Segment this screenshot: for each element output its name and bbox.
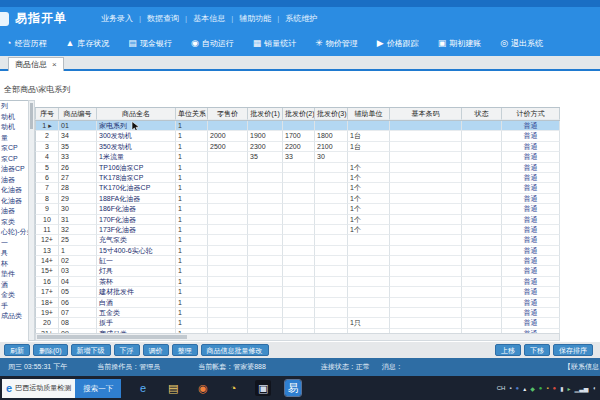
column-header[interactable]: 批发价(3) xyxy=(315,108,348,120)
sidebar-scrollbar[interactable] xyxy=(28,100,35,341)
table-row[interactable]: 4331米流量1353330普通 xyxy=(35,152,560,162)
menu-item-5[interactable]: 系统维护 xyxy=(279,13,323,24)
table-row[interactable]: 19+07五金类1普通 xyxy=(35,308,560,318)
player-app-icon[interactable]: ◉ xyxy=(195,380,211,396)
tree-item[interactable]: 泵CP xyxy=(0,154,28,165)
toolbar-button-现金银行[interactable]: ▤现金银行 xyxy=(128,38,172,49)
column-header[interactable]: 计价方式 xyxy=(502,108,560,120)
usb-icon[interactable]: ▸ xyxy=(568,385,571,392)
folder-app-icon[interactable]: ▤ xyxy=(165,380,181,396)
table-row[interactable]: 13115寸400-6实心轮1普通 xyxy=(35,246,560,256)
toolbar-button-经营历程[interactable]: ◔经营历程 xyxy=(6,38,46,49)
column-header[interactable]: 辅助单位 xyxy=(348,108,390,120)
button-新增下级[interactable]: 新增下级 xyxy=(71,344,111,356)
taskbar-window-button[interactable]: e 巴西运动质量检测 xyxy=(2,379,75,398)
table-row[interactable]: 1604茶杯1普通 xyxy=(35,277,560,287)
tree-item[interactable]: 杯 xyxy=(0,259,28,270)
table-row[interactable]: 15+03灯具1普通 xyxy=(35,266,560,276)
ime-icon[interactable]: CH xyxy=(497,385,506,391)
column-header[interactable]: 零售价 xyxy=(208,108,248,120)
table-row[interactable]: 335350发动机125002300220021001台普通 xyxy=(35,142,560,152)
chrome-icon[interactable]: ◔ xyxy=(225,380,241,396)
button-刷新[interactable]: 刷新 xyxy=(4,344,30,356)
table-h-scrollbar[interactable] xyxy=(35,333,560,341)
button-保存排序[interactable]: 保存排序 xyxy=(553,344,593,356)
toolbar-button-自动运行[interactable]: ◉自动运行 xyxy=(191,38,234,49)
column-header[interactable]: 商品编号 xyxy=(59,108,97,120)
table-row[interactable]: 930186F化油器11个普通 xyxy=(35,204,560,214)
table-row[interactable]: 234300发动机120001900170018001台普通 xyxy=(35,131,560,141)
network-icon[interactable]: ▁▃▅ xyxy=(575,385,589,392)
table-row[interactable]: 728TK170化油器CP11个普通 xyxy=(35,183,560,193)
column-header[interactable]: 批发价(1) xyxy=(248,108,283,120)
tree-item[interactable]: 金类 xyxy=(0,290,28,301)
button-整理[interactable]: 整理 xyxy=(172,344,198,356)
tree-item[interactable]: 泵CP xyxy=(0,143,28,154)
cloud-icon[interactable]: ▴ xyxy=(523,385,526,392)
column-header[interactable]: 单位关系 xyxy=(176,108,208,120)
scrollbar-thumb[interactable] xyxy=(30,103,33,129)
table-row[interactable]: 17+05建材批发件1普通 xyxy=(35,287,560,297)
taskbar-search-button[interactable]: 搜索一下 xyxy=(75,379,121,398)
menu-item-4[interactable]: 辅助功能 xyxy=(233,13,277,24)
chat-icon[interactable]: ▪ xyxy=(546,385,548,391)
player-icon[interactable]: ● xyxy=(539,385,543,391)
tree-item[interactable]: 油器CP xyxy=(0,164,28,175)
volume-icon[interactable]: ◖ xyxy=(592,385,596,391)
button-调价[interactable]: 调价 xyxy=(143,344,169,356)
menu-item-2[interactable]: 数据查询 xyxy=(141,13,185,24)
tree-item[interactable]: 具 xyxy=(0,248,28,259)
ie-icon[interactable]: e xyxy=(135,380,151,396)
table-row[interactable]: 1031170F化油器11个普通 xyxy=(35,215,560,225)
tab-product-info[interactable]: 商品信息 × xyxy=(8,57,64,71)
scrollbar-thumb[interactable] xyxy=(37,335,187,339)
button-商品信息批量修改[interactable]: 商品信息批量修改 xyxy=(201,344,269,356)
column-header[interactable]: 状态 xyxy=(462,108,502,120)
table-row[interactable]: 12+25充气泵类1普通 xyxy=(35,235,560,245)
column-header[interactable]: 商品全名 xyxy=(97,108,176,120)
table-row[interactable]: 526TP106油泵CP11个普通 xyxy=(35,163,560,173)
column-header[interactable]: 批发价(2) xyxy=(283,108,315,120)
column-header[interactable]: 基本条码 xyxy=(390,108,462,120)
button-删除(0)[interactable]: 删除(0) xyxy=(33,344,68,356)
camera-app-icon[interactable]: ▣ xyxy=(255,380,271,396)
tree-item[interactable]: 手 xyxy=(0,301,28,312)
menu-item-3[interactable]: 基本信息 xyxy=(187,13,231,24)
tree-item[interactable]: 泵类 xyxy=(0,217,28,228)
tree-item[interactable]: 列 xyxy=(0,101,28,112)
toolbar-button-销量统计[interactable]: ▦销量统计 xyxy=(253,38,297,49)
table-row[interactable]: 627TK178油泵CP11个普通 xyxy=(35,173,560,183)
tree-item[interactable]: 量 xyxy=(0,133,28,144)
button-下浮[interactable]: 下浮 xyxy=(114,344,140,356)
column-header[interactable]: 序号 xyxy=(35,108,59,120)
table-row[interactable]: 2008扳手11只普通 xyxy=(35,318,560,328)
table-row[interactable]: 829188FA化油器11个普通 xyxy=(35,194,560,204)
status-contact-link[interactable]: 【联系信息】 xyxy=(564,362,600,372)
toolbar-button-物价管理[interactable]: ✳物价管理 xyxy=(315,38,358,49)
tree-item[interactable]: 垫件 xyxy=(0,269,28,280)
tree-item[interactable]: 动机 xyxy=(0,112,28,123)
battery-icon[interactable]: ▮ xyxy=(560,385,563,392)
tree-item[interactable]: 成品类 xyxy=(0,311,28,322)
toolbar-button-期初建账[interactable]: ▣期初建账 xyxy=(438,38,482,49)
table-row[interactable]: 1132173F化油器11个普通 xyxy=(35,225,560,235)
tab-close-icon[interactable]: × xyxy=(52,60,57,69)
toolbar-button-价格跟踪[interactable]: ▶价格跟踪 xyxy=(377,38,419,49)
menu-item-1[interactable]: 业务录入 xyxy=(95,13,139,24)
table-row[interactable]: 18+06白酒1普通 xyxy=(35,298,560,308)
tree-item[interactable]: 化油器 xyxy=(0,185,28,196)
button-下移[interactable]: 下移 xyxy=(524,344,550,356)
shield-icon[interactable]: ◆ xyxy=(530,385,535,392)
table-row[interactable]: 1 ▸01家电系列1普通 xyxy=(35,121,560,131)
update-icon[interactable]: ● xyxy=(516,385,520,391)
tree-item[interactable]: 酒 xyxy=(0,280,28,291)
tree-item[interactable]: 油器 xyxy=(0,175,28,186)
toolbar-button-退出系统[interactable]: ◎退出系统 xyxy=(500,38,543,49)
mail-icon[interactable]: ▪ xyxy=(509,385,511,391)
tree-item[interactable]: 油器 xyxy=(0,206,28,217)
table-row[interactable]: 14+02缸一1普通 xyxy=(35,256,560,266)
billing-app-icon[interactable]: 易 xyxy=(285,380,301,396)
tree-item[interactable]: 化油器 xyxy=(0,196,28,207)
tree-item[interactable]: 动机 xyxy=(0,122,28,133)
tree-item[interactable]: 一 xyxy=(0,238,28,249)
